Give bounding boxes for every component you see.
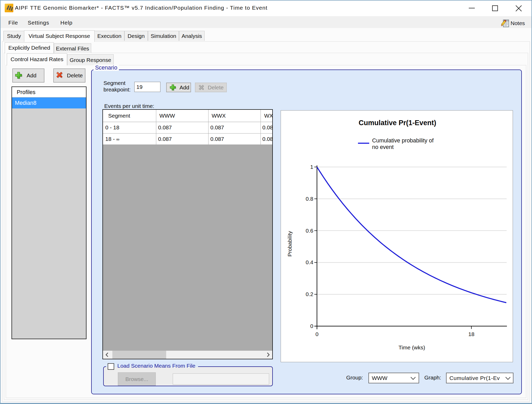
svg-text:0: 0 — [315, 331, 319, 337]
svg-text:0: 0 — [310, 323, 313, 329]
svg-text:0.2: 0.2 — [306, 291, 313, 297]
svg-text:0.4: 0.4 — [306, 259, 314, 265]
svg-text:Probability: Probability — [287, 231, 293, 257]
svg-text:0.6: 0.6 — [306, 228, 313, 234]
svg-text:1: 1 — [310, 164, 313, 170]
svg-text:Cumulative probability of: Cumulative probability of — [372, 137, 433, 144]
svg-text:0.8: 0.8 — [306, 196, 313, 202]
svg-text:no event: no event — [372, 144, 394, 150]
svg-text:18: 18 — [468, 331, 474, 337]
svg-text:Cumulative Pr(1-Event): Cumulative Pr(1-Event) — [358, 119, 436, 127]
svg-text:Time (wks): Time (wks) — [398, 344, 425, 350]
